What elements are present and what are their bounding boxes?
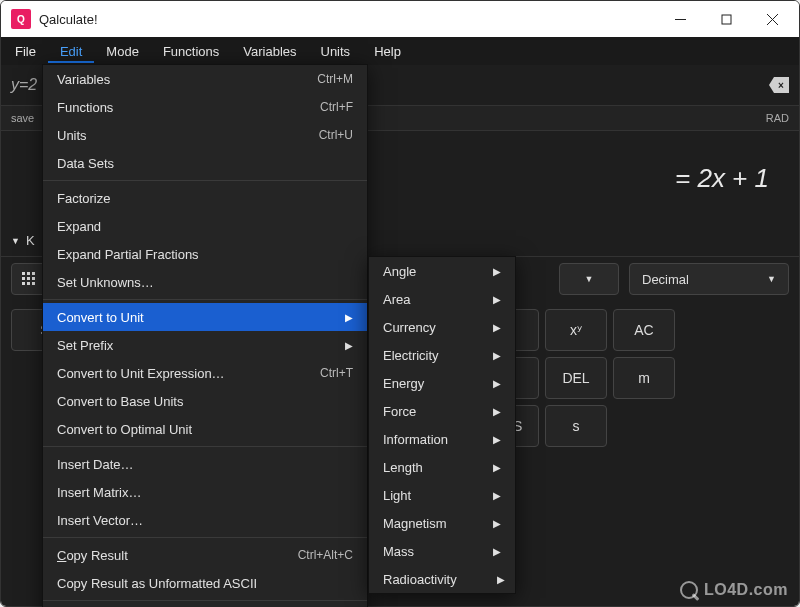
key-left-3-1	[613, 405, 675, 447]
menu-item-data-sets[interactable]: Data Sets	[43, 149, 367, 177]
menu-item-variables[interactable]: VariablesCtrl+M	[43, 65, 367, 93]
close-button[interactable]	[749, 3, 795, 35]
toolbar-select-base-label: Decimal	[642, 272, 689, 287]
menu-item-copy-result-as-unformatted-ascii[interactable]: Copy Result as Unformatted ASCII	[43, 569, 367, 597]
key-DEL[interactable]: DEL	[545, 357, 607, 399]
key-left-4-1	[545, 453, 607, 495]
submenu-item-label: Force	[383, 404, 416, 419]
key-left-2-0[interactable]: m	[613, 357, 675, 399]
submenu-item-energy[interactable]: Energy▶	[369, 369, 515, 397]
watermark: LO4D.com	[680, 581, 788, 599]
key-ac[interactable]: AC	[613, 309, 675, 351]
save-label[interactable]: save	[11, 112, 34, 124]
svg-rect-8	[27, 277, 30, 280]
menu-item-label: Functions	[57, 100, 113, 115]
submenu-item-information[interactable]: Information▶	[369, 425, 515, 453]
menu-item-insert-date[interactable]: Insert Date…	[43, 450, 367, 478]
toolbar-select-base[interactable]: Decimal ▼	[629, 263, 789, 295]
toolbar-select-3pre[interactable]: ▼	[559, 263, 619, 295]
backspace-icon[interactable]: ×	[769, 77, 789, 93]
menu-functions[interactable]: Functions	[151, 40, 231, 63]
submenu-item-area[interactable]: Area▶	[369, 285, 515, 313]
window-controls	[657, 3, 795, 35]
menu-item-units[interactable]: UnitsCtrl+U	[43, 121, 367, 149]
submenu-item-label: Electricity	[383, 348, 439, 363]
menu-item-convert-to-base-units[interactable]: Convert to Base Units	[43, 387, 367, 415]
menu-item-insert-matrix[interactable]: Insert Matrix…	[43, 478, 367, 506]
svg-rect-12	[32, 282, 35, 285]
menu-separator	[43, 537, 367, 538]
menu-item-factorize[interactable]: Factorize	[43, 184, 367, 212]
svg-rect-10	[22, 282, 25, 285]
menu-edit[interactable]: Edit	[48, 40, 94, 63]
minimize-button[interactable]	[657, 3, 703, 35]
chevron-down-icon: ▼	[11, 236, 20, 246]
edit-menu-dropdown: VariablesCtrl+MFunctionsCtrl+FUnitsCtrl+…	[42, 64, 368, 607]
submenu-arrow-icon: ▶	[453, 462, 501, 473]
submenu-item-label: Length	[383, 460, 423, 475]
menu-item-label: Copy Result as Unformatted ASCII	[57, 576, 257, 591]
submenu-arrow-icon: ▶	[453, 322, 501, 333]
key-x-[interactable]: xʸ	[545, 309, 607, 351]
menu-item-expand-partial-fractions[interactable]: Expand Partial Fractions	[43, 240, 367, 268]
menu-shortcut: Ctrl+F	[280, 100, 353, 114]
key-left-3-2	[681, 405, 743, 447]
submenu-arrow-icon: ▶	[453, 546, 501, 557]
menu-item-label: Convert to Optimal Unit	[57, 422, 192, 437]
menu-item-label: Insert Date…	[57, 457, 134, 472]
menu-item-convert-to-unit-expression[interactable]: Convert to Unit Expression…Ctrl+T	[43, 359, 367, 387]
svg-rect-1	[722, 15, 731, 24]
menu-separator	[43, 600, 367, 601]
submenu-item-light[interactable]: Light▶	[369, 481, 515, 509]
menu-file[interactable]: File	[3, 40, 48, 63]
submenu-arrow-icon: ▶	[305, 340, 353, 351]
menu-item-label: Convert to Unit	[57, 310, 144, 325]
watermark-icon	[680, 581, 698, 599]
submenu-item-label: Mass	[383, 544, 414, 559]
menu-variables[interactable]: Variables	[231, 40, 308, 63]
menu-item-insert-vector[interactable]: Insert Vector…	[43, 506, 367, 534]
menu-item-label: Expand Partial Fractions	[57, 247, 199, 262]
expression-icon: y=2	[11, 76, 41, 94]
menu-item-label: Variables	[57, 72, 110, 87]
menu-item-label: Units	[57, 128, 87, 143]
convert-to-unit-submenu: Angle▶Area▶Currency▶Electricity▶Energy▶F…	[368, 256, 516, 594]
submenu-item-electricity[interactable]: Electricity▶	[369, 341, 515, 369]
menu-separator	[43, 180, 367, 181]
menu-item-label: Set Prefix	[57, 338, 113, 353]
key-left-3-0[interactable]: s	[545, 405, 607, 447]
watermark-text: LO4D.com	[704, 581, 788, 599]
submenu-item-magnetism[interactable]: Magnetism▶	[369, 509, 515, 537]
menu-item-label: Expand	[57, 219, 101, 234]
menu-item-label: Insert Vector…	[57, 513, 143, 528]
menu-item-set-unknowns[interactable]: Set Unknowns…	[43, 268, 367, 296]
menu-mode[interactable]: Mode	[94, 40, 151, 63]
menu-item-convert-to-optimal-unit[interactable]: Convert to Optimal Unit	[43, 415, 367, 443]
submenu-arrow-icon: ▶	[453, 350, 501, 361]
menu-item-set-prefix[interactable]: Set Prefix▶	[43, 331, 367, 359]
key-left-4-3	[681, 453, 743, 495]
maximize-button[interactable]	[703, 3, 749, 35]
menu-item-convert-to-unit[interactable]: Convert to Unit▶	[43, 303, 367, 331]
submenu-item-force[interactable]: Force▶	[369, 397, 515, 425]
menu-shortcut: Ctrl+Alt+C	[258, 548, 353, 562]
submenu-item-currency[interactable]: Currency▶	[369, 313, 515, 341]
angle-mode-label[interactable]: RAD	[766, 112, 789, 124]
submenu-arrow-icon: ▶	[453, 378, 501, 389]
menu-shortcut: Ctrl+M	[277, 72, 353, 86]
menu-units[interactable]: Units	[309, 40, 363, 63]
result-text: = 2x + 1	[675, 163, 769, 194]
menu-item-expand[interactable]: Expand	[43, 212, 367, 240]
titlebar: Q Qalculate!	[1, 1, 799, 37]
key-left-1-0	[681, 309, 743, 351]
submenu-item-length[interactable]: Length▶	[369, 453, 515, 481]
menu-item-copy-result[interactable]: Copy ResultCtrl+Alt+C	[43, 541, 367, 569]
menu-help[interactable]: Help	[362, 40, 413, 63]
svg-rect-7	[22, 277, 25, 280]
menu-item-functions[interactable]: FunctionsCtrl+F	[43, 93, 367, 121]
submenu-item-mass[interactable]: Mass▶	[369, 537, 515, 565]
svg-rect-9	[32, 277, 35, 280]
submenu-arrow-icon: ▶	[453, 434, 501, 445]
submenu-item-radioactivity[interactable]: Radioactivity▶	[369, 565, 515, 593]
submenu-item-angle[interactable]: Angle▶	[369, 257, 515, 285]
